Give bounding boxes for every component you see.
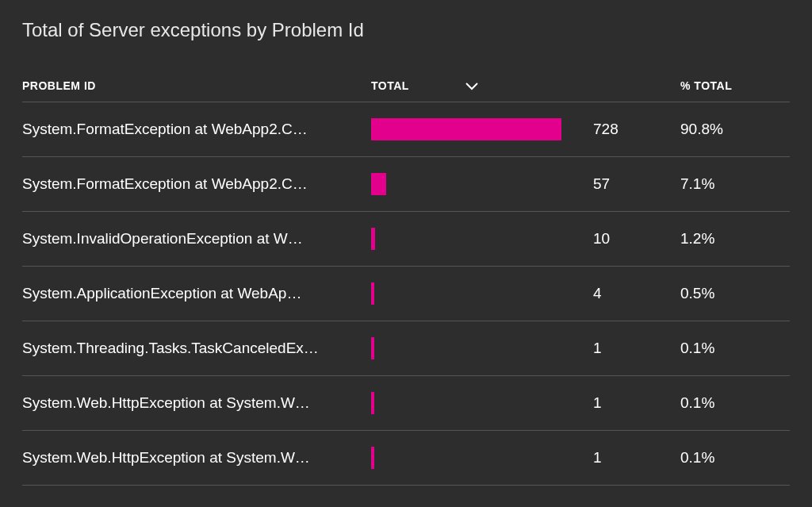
bar-cell [371, 228, 593, 250]
percent-cell: 0.1% [680, 394, 790, 412]
problem-id-cell: System.Web.HttpException at System.W… [22, 394, 371, 412]
column-header-label: % TOTAL [680, 79, 732, 92]
bar-cell [371, 173, 593, 195]
bar-container [371, 228, 561, 250]
panel-title: Total of Server exceptions by Problem Id [22, 19, 790, 41]
bar-container [371, 392, 561, 414]
bar-fill [371, 392, 374, 414]
table-row[interactable]: System.Web.HttpException at System.W…10.… [22, 376, 790, 431]
problem-id-cell: System.Web.HttpException at System.W… [22, 449, 371, 467]
total-count-cell: 1 [593, 340, 680, 357]
bar-cell [371, 337, 593, 359]
problem-id-cell: System.InvalidOperationException at W… [22, 230, 371, 248]
table-row[interactable]: System.InvalidOperationException at W…10… [22, 212, 790, 267]
percent-cell: 7.1% [680, 175, 790, 193]
column-header-label: PROBLEM ID [22, 79, 96, 92]
column-header-total[interactable]: TOTAL [371, 79, 593, 92]
column-header-label: TOTAL [371, 79, 409, 92]
table-row[interactable]: System.Web.HttpException at System.W…10.… [22, 431, 790, 486]
table-row[interactable]: System.Threading.Tasks.TaskCanceledEx…10… [22, 321, 790, 376]
bar-fill [371, 228, 375, 250]
percent-cell: 90.8% [680, 121, 790, 138]
bar-cell [371, 118, 593, 140]
percent-cell: 0.1% [680, 449, 790, 467]
bar-container [371, 282, 561, 305]
bar-fill [371, 118, 561, 140]
bar-fill [371, 447, 374, 469]
column-header-percent[interactable]: % TOTAL [680, 79, 790, 92]
problem-id-cell: System.ApplicationException at WebAp… [22, 285, 371, 302]
bar-cell [371, 447, 593, 469]
bar-cell [371, 392, 593, 414]
total-count-cell: 728 [593, 121, 680, 138]
problem-id-cell: System.Threading.Tasks.TaskCanceledEx… [22, 340, 371, 357]
table-row[interactable]: System.ApplicationException at WebAp…40.… [22, 267, 790, 321]
panel-container: Total of Server exceptions by Problem Id… [0, 0, 812, 505]
table-header-row: PROBLEM ID TOTAL % TOTAL [22, 70, 790, 102]
percent-cell: 0.5% [680, 285, 790, 302]
bar-fill [371, 337, 374, 359]
table-row[interactable]: System.FormatException at WebApp2.C…7289… [22, 102, 790, 157]
chevron-down-icon [465, 81, 479, 90]
problem-id-cell: System.FormatException at WebApp2.C… [22, 121, 371, 138]
column-header-problem-id[interactable]: PROBLEM ID [22, 79, 371, 92]
table-row[interactable]: System.FormatException at WebApp2.C…577.… [22, 157, 790, 212]
total-count-cell: 10 [593, 230, 680, 248]
total-count-cell: 57 [593, 175, 680, 193]
bar-container [371, 118, 561, 140]
bar-container [371, 447, 561, 469]
exceptions-table: PROBLEM ID TOTAL % TOTAL System.FormatEx… [22, 70, 790, 486]
bar-cell [371, 282, 593, 305]
total-count-cell: 4 [593, 285, 680, 302]
percent-cell: 0.1% [680, 340, 790, 357]
percent-cell: 1.2% [680, 230, 790, 248]
total-count-cell: 1 [593, 449, 680, 467]
total-count-cell: 1 [593, 394, 680, 412]
table-body: System.FormatException at WebApp2.C…7289… [22, 102, 790, 486]
bar-fill [371, 173, 386, 195]
problem-id-cell: System.FormatException at WebApp2.C… [22, 175, 371, 193]
bar-container [371, 337, 561, 359]
bar-container [371, 173, 561, 195]
bar-fill [371, 282, 374, 305]
